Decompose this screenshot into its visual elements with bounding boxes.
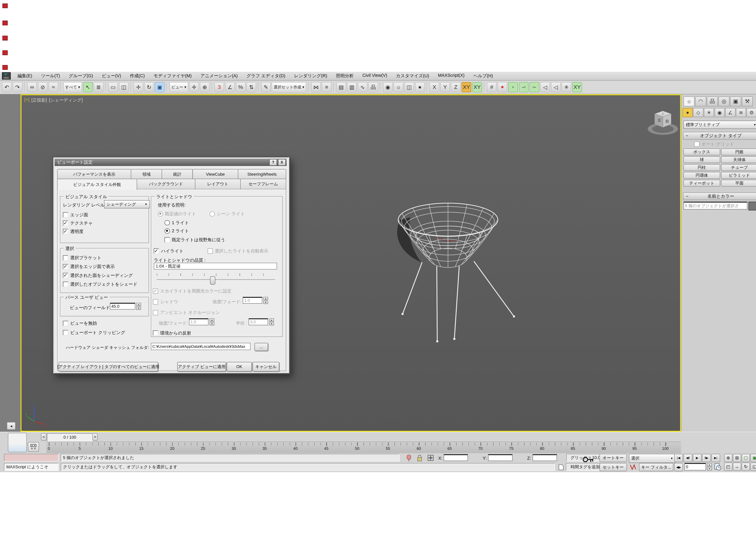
autogrid-checkbox[interactable]: オート グリッド — [694, 141, 734, 147]
default-lights-follow-checkbox[interactable]: 既定ライトは視野角に従う — [165, 237, 225, 243]
apply-to-all-views-button[interactable]: [アクティブ レイアウト] タブのすべてのビューに適用 — [59, 362, 158, 371]
previous-frame-button[interactable]: ◀‖ — [683, 454, 692, 462]
selection-brackets-checkbox[interactable]: 選択ブラケット — [63, 255, 101, 261]
schematic-view-icon[interactable]: 品 — [368, 82, 378, 92]
toolbar-separator[interactable] — [258, 82, 259, 93]
object-name-field[interactable]: 5 個のオブジェクトが選択さ — [683, 202, 747, 210]
mini-listener-expand-button[interactable]: ◂ — [7, 422, 16, 430]
tab-background[interactable]: バックグラウンド — [137, 179, 195, 190]
shade-selected-faces-checkbox[interactable]: 選択された面をシェーディング — [63, 272, 133, 278]
toolbar-separator[interactable] — [427, 82, 427, 93]
ok-button[interactable]: OK — [227, 362, 252, 371]
percent-snap-icon[interactable]: % — [236, 82, 246, 92]
set-key-filters-icon[interactable] — [629, 463, 637, 471]
create-tab-icon[interactable]: ☼ — [683, 96, 695, 106]
selection-filter-dropdown[interactable]: すべて ▾ — [63, 82, 82, 92]
viewport-shading-label[interactable]: [シェーディング] — [49, 97, 83, 103]
one-light-radio[interactable]: 1 ライト — [165, 220, 189, 226]
tab-statistics[interactable]: 統計 — [162, 169, 193, 180]
application-logo[interactable]: MXD — [2, 72, 11, 80]
toolbar-separator[interactable] — [380, 82, 381, 93]
toolbar-separator[interactable] — [484, 82, 485, 93]
play-button[interactable]: ▶ — [693, 454, 702, 462]
menu-tools[interactable]: ツール(T) — [37, 73, 64, 79]
torus-button[interactable]: 円環体 — [683, 172, 720, 179]
viewport-menu-plus[interactable]: [+] — [24, 97, 29, 103]
align-icon[interactable]: ≡ — [322, 82, 332, 92]
spinner-snap-icon[interactable]: ⇅ — [247, 82, 256, 92]
quality-slider-thumb[interactable] — [210, 276, 215, 284]
render-level-dropdown[interactable]: シェーディング ▼ — [104, 200, 150, 208]
highlights-checkbox[interactable]: ハイライト — [154, 248, 184, 254]
motion-tab-icon[interactable]: ◎ — [718, 96, 730, 106]
texture-checkbox[interactable]: テクスチャ — [63, 220, 93, 226]
go-to-start-button[interactable]: |◀ — [674, 454, 683, 462]
menu-animation[interactable]: アニメーション(A) — [196, 73, 242, 79]
quality-slider-track[interactable] — [157, 279, 275, 280]
hw-shader-cache-path-field[interactable]: C:¥Users¥cubica¥AppData¥Local¥Autodesk¥3… — [151, 343, 251, 350]
snap-center-icon[interactable]: ▫- — [529, 82, 539, 92]
layer-manager-icon[interactable]: ▤ — [337, 82, 346, 92]
select-link-icon[interactable]: ∞ — [27, 82, 37, 92]
toolbar-separator[interactable] — [105, 82, 106, 93]
menu-help[interactable]: ヘルプ(H) — [469, 73, 497, 79]
ao-intensity-field[interactable]: 1.0 — [189, 318, 209, 325]
tab-layout[interactable]: レイアウト — [195, 179, 241, 190]
x-coord-field[interactable] — [443, 454, 468, 461]
time-slider-handle[interactable] — [8, 433, 27, 452]
menu-customize[interactable]: カスタマイズ(U) — [391, 73, 433, 79]
maximize-viewport-toggle-icon[interactable]: ◱ — [750, 462, 756, 471]
auto-display-lights-checkbox[interactable]: 選択したライトを自動表示 — [208, 248, 268, 254]
cameras-category-icon[interactable]: ◉ — [715, 108, 725, 117]
bind-spacewarp-icon[interactable]: ≈ — [49, 82, 58, 92]
orbit-icon[interactable]: ↻ — [742, 462, 750, 471]
z-constraint-toggle[interactable]: Z — [451, 82, 460, 92]
rendered-frame-icon[interactable]: ◫ — [404, 82, 414, 92]
cone-button[interactable]: 円錐 — [721, 149, 756, 155]
shadow-intensity-field[interactable]: 1.0 — [243, 297, 262, 304]
toolbar-separator[interactable] — [212, 82, 213, 93]
tab-safe-frames[interactable]: セーフフレーム — [240, 179, 286, 190]
helpers-category-icon[interactable]: ∠ — [725, 108, 735, 117]
systems-category-icon[interactable]: ⚙ — [746, 108, 756, 117]
use-pivot-center-icon[interactable]: ✛ — [189, 82, 199, 92]
menu-views[interactable]: ビュー(V) — [97, 73, 126, 79]
transparency-checkbox[interactable]: 透明度 — [63, 229, 83, 235]
tab-visual-style[interactable]: ビジュアル スタイル外観 — [57, 179, 137, 190]
menu-maxscript[interactable]: MAXScript(X) — [433, 73, 469, 79]
utilities-tab-icon[interactable]: ⚒ — [742, 96, 753, 106]
help-button[interactable]: ? — [269, 159, 277, 166]
ao-radius-field[interactable]: 3.0 — [249, 318, 268, 325]
auto-key-button[interactable]: オートキー — [599, 454, 627, 462]
rect-selection-icon[interactable]: ▭ — [108, 82, 118, 92]
toolbar-separator[interactable] — [334, 82, 334, 93]
menu-civil-view[interactable]: Civil View(V) — [358, 73, 391, 79]
env-reflection-checkbox[interactable]: 環境からの反射 — [153, 330, 191, 336]
disable-view-checkbox[interactable]: ビューを無効 — [63, 320, 97, 326]
apply-to-active-view-button[interactable]: アクティブ ビューに適用 — [177, 362, 226, 371]
ambient-occlusion-checkbox[interactable]: アンビエント オクルージョン — [153, 309, 220, 315]
scene-lights-radio[interactable]: シーン ライト — [210, 211, 245, 217]
default-lights-radio[interactable]: 既定値のライト — [158, 211, 196, 217]
frame-spinner[interactable]: ▲▼ — [707, 463, 712, 470]
ao-radius-spinner[interactable]: ▲▼ — [269, 318, 274, 325]
ao-intensity-spinner[interactable]: ▲▼ — [210, 318, 214, 325]
toolbar-separator[interactable] — [60, 82, 61, 93]
zoom-all-icon[interactable]: ⊞ — [733, 454, 741, 462]
select-object-icon[interactable]: ↖ — [83, 82, 93, 92]
material-editor-icon[interactable]: ◉ — [383, 82, 393, 92]
redo-icon[interactable]: ↷ — [13, 82, 22, 92]
toolbar-separator[interactable] — [24, 82, 25, 93]
display-selected-edged-checkbox[interactable]: 選択をエッジ面で表示 — [63, 264, 115, 270]
reference-coordsys-dropdown[interactable]: ビュー ▾ — [170, 82, 188, 92]
unlink-icon[interactable]: ⊘ — [38, 82, 48, 92]
dialog-titlebar[interactable]: ビューポート設定 ? X — [55, 159, 287, 166]
xy-constraint-toggle[interactable]: XY — [461, 82, 471, 92]
browse-button[interactable]: ... — [255, 343, 268, 351]
add-time-tag[interactable]: 時間タグを追加 — [566, 463, 605, 471]
snap-toggle-3d-icon[interactable]: 3 — [214, 82, 224, 92]
zoom-extents-icon[interactable]: ▢ — [742, 454, 750, 462]
select-manipulate-icon[interactable]: ⊕ — [200, 82, 210, 92]
render-production-icon[interactable]: ● — [415, 82, 425, 92]
previous-frame-arrow[interactable]: < — [41, 433, 46, 440]
